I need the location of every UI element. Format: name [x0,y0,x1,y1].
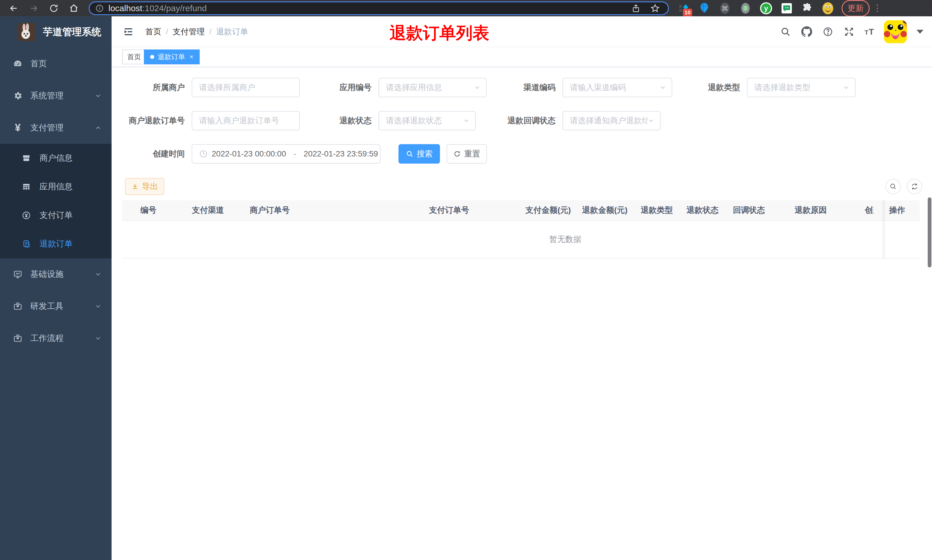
browser-reload-button[interactable] [48,2,60,15]
refund-table: 编号 支付渠道 商户订单号 支付订单号 支付金额(元) 退款金额(元) 退款类型… [122,200,920,258]
chevron-down-icon [463,117,470,125]
extension-emoji-avatar[interactable] [821,2,834,15]
browser-home-button[interactable] [68,2,80,15]
col-header-channel: 支付渠道 [182,200,240,220]
sidebar-item-dev-tools[interactable]: 研发工具 [0,290,112,322]
browser-forward-button[interactable] [28,2,40,15]
avatar-caret-icon[interactable] [917,30,923,34]
main-area: 首页 / 支付管理 / 退款订单 退款订单列表 [112,16,932,560]
extension-tampermonkey-icon[interactable]: 10 [677,2,690,15]
browser-update-button[interactable]: 更新 [841,0,870,17]
refresh-table-button[interactable] [907,179,922,194]
toggle-search-button[interactable] [885,179,901,194]
extension-command-icon[interactable]: ⌘ [718,2,731,15]
placeholder-text: 请选择应用信息 [386,82,442,93]
extension-tray: 10 ⌘ [677,2,834,15]
font-size-icon[interactable]: TT [864,27,874,37]
sidebar-pay-submenu: 商户信息 应用信息 支付订单 [0,144,112,258]
app-select[interactable]: 请选择应用信息 [378,78,487,97]
tab-label: 首页 [127,52,141,62]
extension-recorder-icon[interactable] [739,2,752,15]
sidebar-item-workflow[interactable]: 工作流程 [0,322,112,354]
browser-back-button[interactable] [8,2,20,15]
filter-label: 应用编号 [315,82,378,93]
extensions-puzzle-icon[interactable] [801,2,814,15]
col-header-id: 编号 [122,200,182,220]
sidebar-item-label: 研发工具 [30,301,63,312]
chevron-down-icon [659,84,666,91]
url-text: localhost:1024/pay/refund [108,3,207,13]
svg-text:y: y [764,4,768,12]
sidebar-item-label: 应用信息 [40,181,73,192]
site-info-icon[interactable] [95,4,104,12]
export-button[interactable]: 导出 [125,178,164,195]
sidebar-item-pay[interactable]: ¥ 支付管理 [0,112,112,144]
col-header-refund-type: 退款类型 [631,200,677,220]
download-icon [131,183,139,190]
refund-status-select[interactable]: 请选择退款状态 [378,111,476,131]
col-header-refund-amount: 退款金额(元) [574,200,631,220]
date-end-value: 2022-01-23 23:59:59 [303,149,378,158]
refresh-cycle-icon [911,183,918,190]
sidebar-item-home[interactable]: 首页 [0,48,112,80]
help-icon[interactable] [822,26,834,37]
sidebar-logo[interactable]: 芋道管理系统 [0,16,112,48]
export-button-label: 导出 [142,181,158,192]
sidebar-item-merchant-info[interactable]: 商户信息 [0,144,112,172]
app-shell: 芋道管理系统 首页 系统管理 ¥ 支付管理 [0,16,932,560]
sidebar: 芋道管理系统 首页 系统管理 ¥ 支付管理 [0,16,112,560]
search-button[interactable]: 搜索 [398,144,440,164]
svg-text:⌘: ⌘ [721,5,728,12]
filter-create-time: 创建时间 2022-01-23 00:00:00 - 2022-01-23 23… [129,144,380,164]
merchant-select[interactable]: 请选择所属商户 [192,78,300,97]
bookmark-star-icon[interactable] [650,3,660,13]
tab-home[interactable]: 首页 [122,49,146,65]
forward-arrow-icon [29,3,39,14]
page-title: 退款订单列表 [390,22,489,44]
sidebar-item-label: 工作流程 [30,332,63,344]
filter-label: 退款类型 [684,82,747,93]
extension-chat-icon[interactable] [780,2,793,15]
share-icon[interactable] [631,4,640,13]
empty-text: 暂无数据 [549,234,581,245]
reset-button[interactable]: 重置 [446,144,487,164]
address-bar[interactable]: localhost:1024/pay/refund [89,2,669,15]
date-range-picker[interactable]: 2022-01-23 00:00:00 - 2022-01-23 23:59:5… [192,144,380,164]
browser-toolbar: localhost:1024/pay/refund 10 [0,0,932,16]
sidebar-item-refund-order[interactable]: 退款订单 [0,230,112,258]
placeholder-text: 请选择通知商户退款结果 [570,115,647,126]
breadcrumb-home[interactable]: 首页 [145,26,161,37]
user-avatar[interactable] [884,20,907,43]
sidebar-item-system[interactable]: 系统管理 [0,80,112,112]
sidebar-item-label: 支付订单 [40,210,73,221]
browser-menu-button[interactable]: ⋮ [873,5,882,11]
header-search-icon[interactable] [780,26,791,37]
breadcrumb-pay[interactable]: 支付管理 [173,26,205,37]
table-grid-icon [21,183,31,191]
dashboard-icon [12,59,23,69]
channel-select[interactable]: 请输入渠道编码 [562,78,672,97]
sidebar-collapse-button[interactable] [123,26,134,37]
github-icon[interactable] [801,26,812,37]
sidebar-item-infra[interactable]: 基础设施 [0,258,112,290]
vertical-scrollbar[interactable] [928,197,931,268]
tab-refund-order[interactable]: 退款订单 × [144,49,200,65]
extension-y-icon[interactable]: y [760,2,772,15]
sidebar-item-pay-order[interactable]: 支付订单 [0,201,112,230]
notify-status-select[interactable]: 请选择通知商户退款结果 [562,111,661,131]
recorder-glyph [740,2,752,14]
refresh-icon [454,150,461,158]
active-tab-dot [150,55,154,59]
tab-close-icon[interactable]: × [190,53,193,61]
extension-balloon-icon[interactable] [698,2,711,15]
refund-type-select[interactable]: 请选择退款类型 [747,78,856,97]
fullscreen-icon[interactable] [843,26,855,37]
balloon-glyph [700,3,709,14]
sidebar-item-app-info[interactable]: 应用信息 [0,172,112,201]
fixed-column-shadow [882,200,884,258]
screenshot-root: localhost:1024/pay/refund 10 [0,0,932,560]
placeholder-text: 请选择退款状态 [386,115,442,126]
col-header-refund-reason: 退款原因 [784,200,855,220]
reset-button-label: 重置 [464,148,480,159]
merchant-refund-no-input[interactable]: 请输入商户退款订单号 [192,111,300,131]
